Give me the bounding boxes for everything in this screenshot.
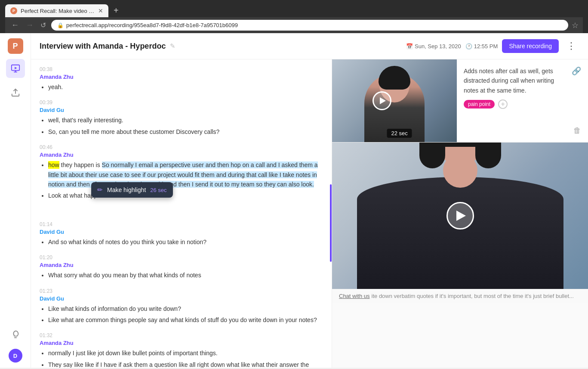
sidebar-item-recordings[interactable] (6, 59, 25, 78)
large-video-container (332, 143, 588, 289)
tab-title: Perfect Recall: Make video hig (21, 8, 95, 14)
clock-icon: 🕐 (465, 43, 472, 50)
transcript-bullet: Like what are common things people say a… (48, 315, 323, 325)
entry-timestamp: 00:46 (40, 144, 323, 150)
chat-bar-text: ite down verbatim quotes if it's importa… (372, 293, 574, 299)
bookmark-icon[interactable]: ☆ (572, 21, 579, 30)
play-icon (11, 64, 20, 73)
entry-timestamp: 01:14 (40, 221, 323, 227)
add-tag-button[interactable]: + (498, 99, 508, 109)
transcript-entry: 01:32 Amanda Zhu normally I just like jo… (40, 332, 323, 368)
transcript-panel: 00:38 Amanda Zhu yeah. 00:39 David Gu we… (31, 59, 332, 368)
lock-icon: 🔒 (57, 22, 64, 28)
highlight-duration: 26 sec (150, 187, 166, 193)
chat-bar: Chat with us ite down verbatim quotes if… (332, 289, 588, 303)
app-header: Interview with Amanda - Hyperdoc ✎ 📅 Sun… (31, 33, 588, 59)
forward-button[interactable]: → (24, 20, 35, 31)
small-video-container: 22 sec (332, 59, 457, 142)
transcript-bullet: well, that's really interesting. (48, 115, 323, 125)
url-text: perfectrecall.app/recording/955ea8d7-f9d… (66, 22, 562, 28)
tab-close-icon[interactable]: ✕ (98, 7, 103, 14)
transcript-bullet: They say like like if I have if ask them… (48, 360, 323, 368)
sidebar-logo: P (8, 38, 23, 54)
transcript-bullet: So, can you tell me more about these cus… (48, 127, 323, 136)
video-duration-badge: 22 sec (387, 129, 412, 138)
entry-timestamp: 01:23 (40, 288, 323, 294)
transcript-entry: 00:38 Amanda Zhu yeah. (40, 66, 323, 92)
note-text: Adds notes after call as well, gets dist… (464, 66, 567, 95)
sidebar: P D (0, 33, 31, 368)
transcript-bullet: Look at what happened? (48, 191, 323, 200)
back-button[interactable]: ← (9, 20, 21, 31)
highlight-blue-text: So normally I email a perspective user a… (48, 161, 318, 188)
transcript-bullet: Like what kinds of information do you wr… (48, 304, 323, 313)
reload-button[interactable]: ↺ (39, 20, 48, 30)
speaker-label: Amanda Zhu (40, 74, 323, 80)
share-recording-button[interactable]: Share recording (502, 39, 559, 53)
transcript-entry: 01:20 Amanda Zhu What sorry what do you … (40, 254, 323, 280)
transcript-entry: 00:46 Amanda Zhu how they happen is So n… (40, 144, 323, 201)
url-bar[interactable]: 🔒 perfectrecall.app/recording/955ea8d7-f… (51, 20, 568, 31)
note-delete-icon[interactable]: 🗑 (573, 126, 581, 135)
play-button-small[interactable] (373, 91, 391, 110)
transcript-entry: 01:23 David Gu Like what kinds of inform… (40, 288, 323, 325)
tag-pain-point[interactable]: pain point (464, 100, 495, 109)
speaker-label: Amanda Zhu (40, 340, 323, 346)
sidebar-item-ideas[interactable] (6, 325, 25, 344)
make-highlight-tooltip[interactable]: ✏ Make highlight 26 sec (91, 182, 173, 198)
speaker-label: David Gu (40, 107, 323, 113)
speaker-label: David Gu (40, 229, 323, 235)
entry-timestamp: 00:38 (40, 66, 323, 72)
more-options-button[interactable]: ⋮ (563, 40, 579, 53)
speaker-label: Amanda Zhu (40, 152, 323, 158)
play-button-large[interactable] (446, 202, 474, 229)
chat-link[interactable]: Chat with us (339, 293, 370, 299)
header-date: 📅 Sun, Sep 13, 2020 (406, 43, 461, 50)
header-time: 🕐 12:55 PM (465, 43, 498, 50)
entry-timestamp: 01:32 (40, 332, 323, 338)
edit-title-icon[interactable]: ✎ (170, 42, 175, 50)
note-card: Adds notes after call as well, gets dist… (457, 59, 588, 142)
entry-timestamp: 01:20 (40, 254, 323, 260)
calendar-icon: 📅 (406, 43, 413, 50)
transcript-bullet: yeah. (48, 82, 323, 92)
transcript-bullet: normally I just like jot down like bulle… (48, 348, 323, 358)
speaker-label: Amanda Zhu (40, 262, 323, 268)
entry-timestamp: 00:39 (40, 99, 323, 105)
make-highlight-label: Make highlight (107, 186, 146, 193)
transcript-bullet: What sorry what do you mean by that what… (48, 270, 323, 280)
highlight-yellow-word: how (48, 161, 59, 169)
transcript-entry: 01:14 David Gu And so what kinds of note… (40, 221, 323, 247)
pencil-icon: ✏ (97, 186, 103, 194)
note-link-icon[interactable]: 🔗 (572, 66, 581, 76)
sidebar-avatar[interactable]: D (9, 349, 22, 363)
svg-marker-1 (15, 67, 17, 69)
browser-tab[interactable]: P Perfect Recall: Make video hig ✕ (5, 4, 108, 17)
tab-favicon: P (10, 7, 17, 14)
upload-icon (11, 88, 20, 97)
lightbulb-icon (11, 329, 20, 339)
speaker-label: David Gu (40, 295, 323, 302)
right-panel: 22 sec Adds notes after call as well, ge… (332, 59, 588, 368)
sidebar-item-upload[interactable] (6, 83, 25, 102)
transcript-entry: 00:39 David Gu well, that's really inter… (40, 99, 323, 136)
transcript-bullet: how they happen is So normally I email a… (48, 160, 323, 189)
new-tab-button[interactable]: + (109, 3, 123, 17)
timeline-bar (330, 184, 332, 262)
page-title: Interview with Amanda - Hyperdoc (40, 42, 166, 51)
transcript-bullet: And so what kinds of notes do you think … (48, 237, 323, 247)
